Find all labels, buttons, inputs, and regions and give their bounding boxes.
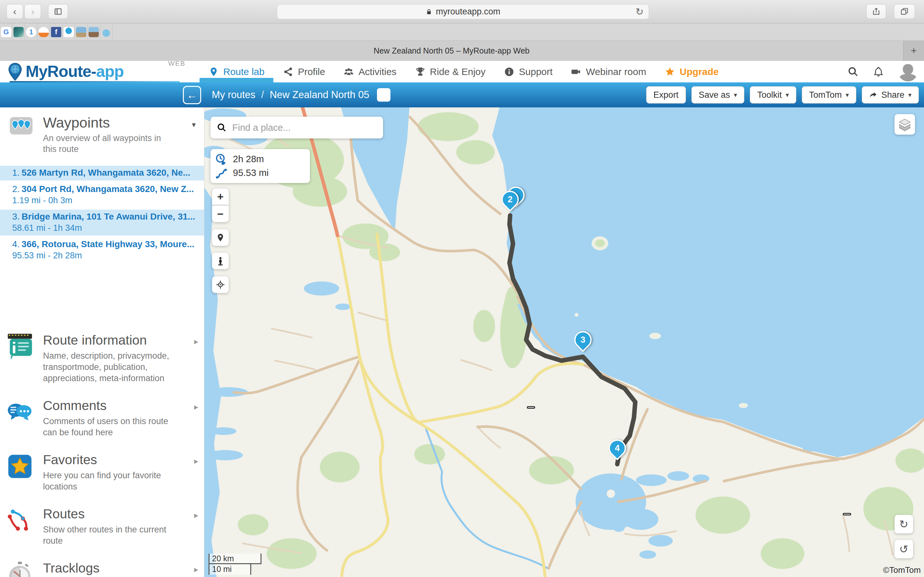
nav-support[interactable]: Support: [504, 61, 552, 82]
nav-item-icon: [504, 67, 514, 77]
road-shield-29: [527, 406, 535, 409]
map-search-input[interactable]: [232, 122, 376, 133]
map-marker-3[interactable]: 3: [574, 331, 592, 356]
browser-share-button[interactable]: [866, 4, 886, 19]
bookmark-photo-teal-icon[interactable]: [13, 23, 25, 40]
waypoints-title: Waypoints: [43, 114, 168, 131]
redo-button[interactable]: ↻: [895, 515, 913, 533]
bookmark-cat-icon[interactable]: [37, 23, 50, 40]
toolkit-button[interactable]: Toolkit▾: [750, 86, 796, 103]
share-button[interactable]: Share▾: [862, 86, 919, 103]
bookmarks-bar: G1f: [0, 23, 924, 41]
browser-back-button[interactable]: ‹: [6, 4, 23, 19]
search-icon: [217, 123, 226, 132]
edit-route-name-button[interactable]: [377, 88, 391, 102]
tab-bar: New Zealand North 05 – MyRoute-app Web +: [0, 41, 924, 61]
export-button[interactable]: Export: [646, 86, 686, 103]
chevron-down-icon: ▾: [734, 91, 737, 99]
section-description: Here you can find your favorite location…: [43, 470, 181, 492]
search-icon[interactable]: [848, 66, 859, 77]
save-as-button[interactable]: Save as▾: [691, 86, 745, 103]
bookmark-speech-icon[interactable]: 1: [25, 23, 37, 40]
nav-webinar-room[interactable]: Webinar room: [571, 61, 646, 82]
waypoints-subtitle: An overview of all waypoints in this rou…: [43, 133, 168, 155]
bookmark-photo-coast2-icon[interactable]: [87, 23, 100, 40]
browser-tabs-overview-button[interactable]: [894, 4, 915, 19]
duration-icon: [215, 153, 228, 166]
distance-icon: [215, 167, 228, 179]
nav-item-icon: [344, 67, 354, 77]
sidebar-section-favorites[interactable]: Favorites Here you can find your favorit…: [0, 445, 204, 500]
bookmark-photo-coast-icon[interactable]: [75, 23, 87, 40]
header-right: [848, 61, 918, 82]
pin-icon: [216, 233, 225, 242]
map-canvas[interactable]: 2 3 4 2h 28m 95.53 mi + − ↻ ↺ 20: [204, 107, 924, 577]
notifications-bell-icon[interactable]: [873, 66, 884, 77]
bookmark-google-icon[interactable]: G: [0, 23, 13, 40]
scale-km: 20 km: [208, 554, 262, 564]
streetview-pegman-button[interactable]: [212, 253, 229, 269]
bookmark-facebook-icon[interactable]: f: [50, 23, 63, 40]
undo-button[interactable]: ↺: [895, 540, 913, 558]
waypoint-2[interactable]: 2.304 Port Rd, Whangamata 3620, New Z...…: [0, 182, 204, 208]
section-title: Route information: [43, 333, 181, 348]
breadcrumb: My routes / New Zealand North 05: [212, 88, 391, 102]
nav-upgrade[interactable]: Upgrade: [665, 61, 719, 82]
address-bar[interactable]: myrouteapp.com ↻: [277, 4, 649, 19]
nav-item-icon: [283, 67, 293, 77]
chevron-right-icon: ▸: [194, 510, 198, 520]
map-marker-4[interactable]: 4: [608, 439, 626, 464]
crosshair-icon: [216, 280, 225, 290]
sidebar-section-routes[interactable]: Routes Show other routes in the current …: [0, 500, 204, 554]
bookmark-map-pin-icon[interactable]: [63, 23, 75, 40]
breadcrumb-my-routes[interactable]: My routes: [212, 89, 255, 101]
sidebar-section-comments[interactable]: Comments Comments of users on this route…: [0, 391, 204, 445]
map-marker-2[interactable]: 2: [501, 190, 519, 215]
chevron-right-icon: ▸: [194, 456, 198, 466]
browser-forward-button[interactable]: ›: [24, 4, 41, 19]
collapse-caret-icon[interactable]: ▾: [192, 120, 196, 129]
map-layers-button[interactable]: [895, 114, 915, 135]
chevron-down-icon: ▾: [846, 91, 849, 99]
section-description: Comments of users on this route can be f…: [43, 416, 181, 438]
breadcrumb-route-name: New Zealand North 05: [270, 89, 369, 101]
sidebar-toggle-icon: [54, 7, 62, 16]
active-tab[interactable]: New Zealand North 05 – MyRoute-app Web: [0, 41, 903, 61]
user-avatar[interactable]: [898, 62, 918, 81]
waypoint-1[interactable]: 1.526 Martyn Rd, Whangamata 3620, Ne...: [0, 166, 204, 181]
sidebar-section-route-information[interactable]: Route information Name, description, pri…: [0, 326, 204, 391]
nav-activities[interactable]: Activities: [344, 61, 396, 82]
locate-button[interactable]: [212, 276, 229, 293]
zoom-in-button[interactable]: +: [212, 189, 229, 205]
browser-sidebar-button[interactable]: [48, 4, 68, 19]
collapse-sidebar-button[interactable]: ←: [183, 86, 201, 104]
nav-route-lab[interactable]: Route lab: [208, 61, 264, 82]
nav-item-label: Activities: [359, 66, 396, 77]
waypoint-3[interactable]: 3.Bridge Marina, 101 Te Awanui Drive, 31…: [0, 210, 204, 235]
waypoints-header[interactable]: Waypoints An overview of all waypoints i…: [0, 107, 204, 158]
chevron-right-icon: ▸: [194, 402, 198, 412]
nav-item-icon: [571, 67, 582, 77]
reload-icon[interactable]: ↻: [636, 6, 644, 17]
sidebar-sections: Route information Name, description, pri…: [0, 326, 204, 577]
nav-item-label: Ride & Enjoy: [430, 66, 485, 77]
navigation-provider-select[interactable]: TomTom▾: [802, 86, 856, 103]
scale-mi: 10 mi: [208, 564, 251, 575]
pegman-icon: [216, 256, 225, 266]
chevron-right-icon: ▸: [194, 564, 198, 574]
bookmark-hand-icon[interactable]: [100, 23, 113, 40]
myroute-logo[interactable]: MyRoute- app WEB: [0, 61, 183, 83]
section-description: Show other routes in the current route: [43, 524, 181, 546]
road-shield-2: [843, 513, 851, 516]
nav-ride-enjoy[interactable]: Ride & Enjoy: [415, 61, 485, 82]
nav-item-label: Profile: [298, 66, 325, 77]
lock-icon: [425, 8, 433, 15]
chevron-down-icon: ▾: [786, 91, 789, 99]
add-waypoint-button[interactable]: [212, 229, 229, 246]
waypoint-4[interactable]: 4.366, Rotorua, State Highway 33, Moure.…: [0, 237, 204, 263]
nav-profile[interactable]: Profile: [283, 61, 325, 82]
map-search-box: [210, 117, 383, 139]
sidebar-section-tracklogs[interactable]: Tracklogs Show tracklogs in the current …: [0, 554, 204, 577]
zoom-out-button[interactable]: −: [212, 205, 229, 222]
new-tab-button[interactable]: +: [903, 41, 924, 61]
